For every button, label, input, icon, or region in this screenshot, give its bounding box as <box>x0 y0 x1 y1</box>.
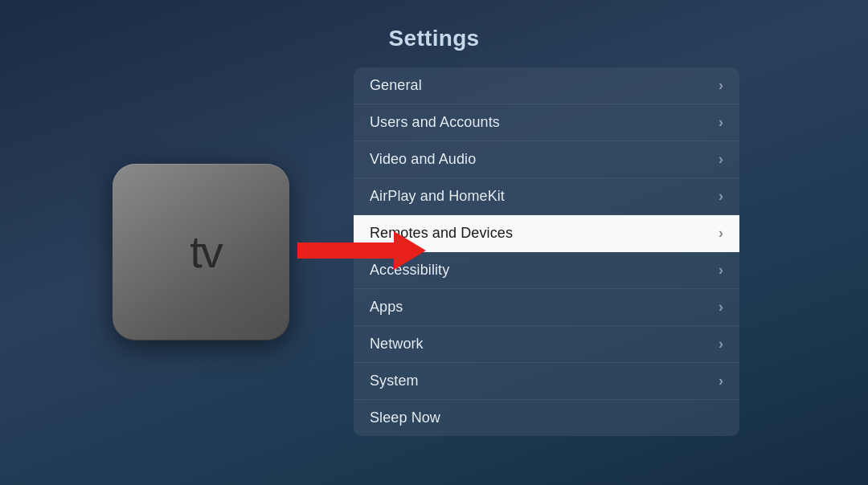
arrow-indicator <box>297 231 426 273</box>
chevron-icon-general: › <box>719 77 723 94</box>
svg-marker-0 <box>297 231 426 270</box>
menu-label-video-and-audio: Video and Audio <box>370 151 476 168</box>
red-arrow-icon <box>297 231 426 270</box>
appletv-device: tv <box>113 164 289 340</box>
chevron-icon-airplay-and-homekit: › <box>719 188 723 205</box>
page-title: Settings <box>389 26 480 51</box>
menu-item-network[interactable]: Network› <box>354 326 739 363</box>
menu-item-video-and-audio[interactable]: Video and Audio› <box>354 141 739 178</box>
menu-label-apps: Apps <box>370 299 403 316</box>
menu-label-airplay-and-homekit: AirPlay and HomeKit <box>370 188 505 205</box>
chevron-icon-accessibility: › <box>719 262 723 279</box>
chevron-icon-remotes-and-devices: › <box>719 225 723 242</box>
menu-item-airplay-and-homekit[interactable]: AirPlay and HomeKit› <box>354 178 739 215</box>
menu-item-system[interactable]: System› <box>354 363 739 400</box>
device-container: tv <box>48 164 354 340</box>
menu-label-network: Network <box>370 336 424 353</box>
menu-item-general[interactable]: General› <box>354 67 739 104</box>
menu-item-sleep-now[interactable]: Sleep Now <box>354 400 739 436</box>
menu-label-general: General <box>370 77 422 94</box>
menu-label-system: System <box>370 373 419 389</box>
menu-item-apps[interactable]: Apps› <box>354 289 739 326</box>
chevron-icon-apps: › <box>719 299 723 316</box>
chevron-icon-users-and-accounts: › <box>719 114 723 131</box>
appletv-logo: tv <box>180 230 222 275</box>
chevron-icon-network: › <box>719 336 723 353</box>
menu-item-users-and-accounts[interactable]: Users and Accounts› <box>354 104 739 141</box>
chevron-icon-system: › <box>719 373 723 389</box>
tv-label: tv <box>190 230 222 275</box>
menu-label-sleep-now: Sleep Now <box>370 410 440 426</box>
main-content: tv General›Users and Accounts›Video and … <box>0 67 868 436</box>
chevron-icon-video-and-audio: › <box>719 151 723 168</box>
menu-label-users-and-accounts: Users and Accounts <box>370 114 500 131</box>
